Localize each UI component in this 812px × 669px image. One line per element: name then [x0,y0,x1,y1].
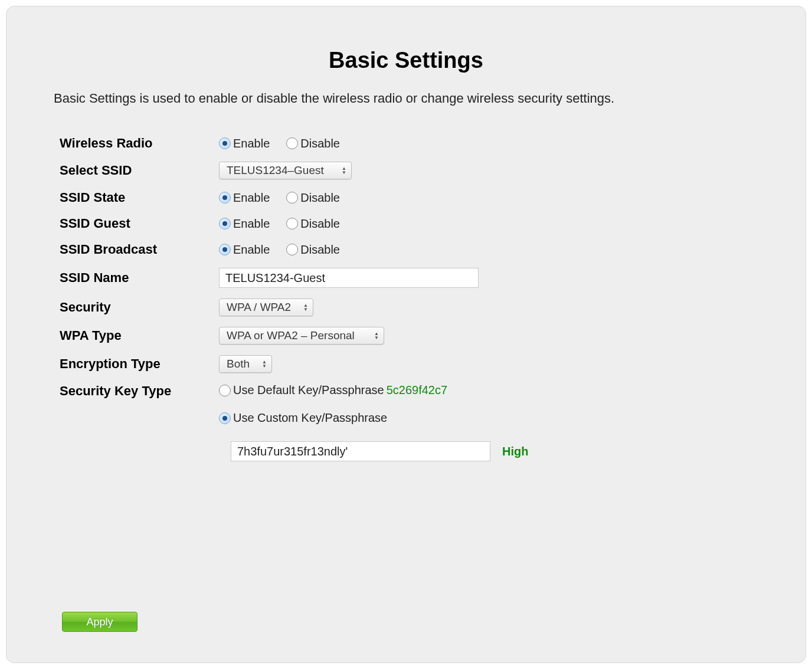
label-select-ssid: Select SSID [60,163,219,178]
page-description: Basic Settings is used to enable or disa… [54,91,758,106]
radio-icon [219,192,231,204]
select-value: WPA or WPA2 – Personal [227,329,355,342]
radio-label: Enable [233,243,270,257]
radio-icon [219,385,231,396]
input-custom-passphrase[interactable] [231,441,490,461]
label-ssid-state: SSID State [60,190,219,205]
radio-label: Disable [300,137,340,150]
row-ssid-guest: SSID Guest Enable Disable [60,216,758,231]
passphrase-strength: High [502,445,528,458]
radio-wireless-radio-enable[interactable]: Enable [219,137,270,150]
radio-icon [219,244,231,255]
radio-icon [286,218,298,229]
controls-wpa-type: WPA or WPA2 – Personal [219,327,384,345]
radio-label: Enable [233,191,270,205]
radio-label: Use Default Key/Passphrase [233,383,384,397]
controls-encryption-type: Both [219,355,272,373]
controls-security-key-type: Use Default Key/Passphrase 5c269f42c7 Us… [219,383,528,461]
radio-wireless-radio-disable[interactable]: Disable [286,137,340,150]
chevron-updown-icon [342,167,346,175]
chevron-updown-icon [262,360,267,368]
row-ssid-state: SSID State Enable Disable [60,190,758,205]
radio-ssid-broadcast-enable[interactable]: Enable [219,243,270,257]
select-encryption-type[interactable]: Both [219,355,272,373]
radio-label: Disable [300,191,340,205]
radio-ssid-guest-enable[interactable]: Enable [219,217,270,231]
apply-button[interactable]: Apply [62,612,137,632]
radio-key-default[interactable]: Use Default Key/Passphrase 5c269f42c7 [219,383,516,397]
radio-icon [219,412,231,424]
radio-label: Enable [233,137,270,150]
radio-ssid-state-disable[interactable]: Disable [286,191,340,205]
radio-label: Disable [300,243,340,257]
settings-form: Wireless Radio Enable Disable Select SSI… [54,136,758,461]
row-ssid-broadcast: SSID Broadcast Enable Disable [60,242,758,257]
select-security[interactable]: WPA / WPA2 [219,299,313,316]
page-title: Basic Settings [54,48,758,73]
radio-icon [286,137,298,149]
row-encryption-type: Encryption Type Both [60,355,758,373]
row-wpa-type: WPA Type WPA or WPA2 – Personal [60,327,758,345]
default-passphrase-value: 5c269f42c7 [387,383,447,397]
chevron-updown-icon [374,332,379,340]
row-security: Security WPA / WPA2 [60,299,758,316]
label-ssid-guest: SSID Guest [60,216,219,231]
input-ssid-name[interactable] [219,268,479,288]
row-security-key-type: Security Key Type Use Default Key/Passph… [60,383,758,461]
select-value: Both [227,358,250,370]
label-encryption-type: Encryption Type [60,356,219,372]
controls-select-ssid: TELUS1234–Guest [219,162,352,179]
row-ssid-name: SSID Name [60,268,758,288]
label-security: Security [60,300,219,315]
radio-ssid-guest-disable[interactable]: Disable [286,217,340,231]
radio-label: Disable [300,217,340,231]
radio-key-custom[interactable]: Use Custom Key/Passphrase [219,411,516,425]
label-wireless-radio: Wireless Radio [60,136,219,151]
radio-label: Enable [233,217,270,231]
row-select-ssid: Select SSID TELUS1234–Guest [60,162,758,179]
select-ssid[interactable]: TELUS1234–Guest [219,162,352,179]
select-value: WPA / WPA2 [227,301,291,314]
radio-ssid-broadcast-disable[interactable]: Disable [286,243,340,257]
controls-ssid-name [219,268,479,288]
radio-icon [286,192,298,204]
select-value: TELUS1234–Guest [227,164,324,177]
radio-label: Use Custom Key/Passphrase [233,411,387,425]
controls-ssid-state: Enable Disable [219,191,352,205]
label-security-key-type: Security Key Type [60,383,219,399]
radio-ssid-state-enable[interactable]: Enable [219,191,270,205]
radio-icon [219,137,231,149]
controls-security: WPA / WPA2 [219,299,313,316]
controls-ssid-broadcast: Enable Disable [219,243,352,257]
controls-wireless-radio: Enable Disable [219,137,352,150]
radio-icon [286,244,298,255]
radio-icon [219,218,231,229]
label-wpa-type: WPA Type [60,328,219,343]
custom-passphrase-row: High [219,441,528,461]
basic-settings-panel: Basic Settings Basic Settings is used to… [6,6,806,663]
row-wireless-radio: Wireless Radio Enable Disable [60,136,758,151]
chevron-updown-icon [303,304,308,311]
label-ssid-name: SSID Name [60,270,219,286]
controls-ssid-guest: Enable Disable [219,217,352,231]
select-wpa-type[interactable]: WPA or WPA2 – Personal [219,327,384,345]
label-ssid-broadcast: SSID Broadcast [60,242,219,257]
